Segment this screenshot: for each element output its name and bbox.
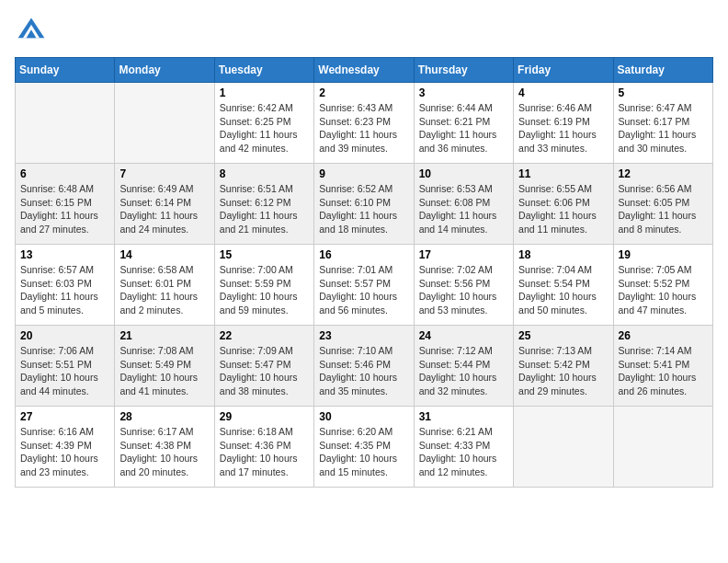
day-detail: Sunrise: 6:52 AMSunset: 6:10 PMDaylight:… (319, 182, 408, 236)
day-number: 8 (220, 167, 309, 180)
calendar-cell: 12Sunrise: 6:56 AMSunset: 6:05 PMDayligh… (613, 164, 712, 245)
day-detail: Sunrise: 6:48 AMSunset: 6:15 PMDaylight:… (20, 182, 109, 236)
day-detail: Sunrise: 6:58 AMSunset: 6:01 PMDaylight:… (119, 263, 209, 317)
day-detail: Sunrise: 6:43 AMSunset: 6:23 PMDaylight:… (319, 101, 408, 155)
calendar-cell: 3Sunrise: 6:44 AMSunset: 6:21 PMDaylight… (414, 83, 513, 164)
calendar-table: SundayMondayTuesdayWednesdayThursdayFrid… (15, 57, 713, 488)
calendar-cell: 20Sunrise: 7:06 AMSunset: 5:51 PMDayligh… (16, 326, 115, 407)
day-detail: Sunrise: 6:55 AMSunset: 6:06 PMDaylight:… (518, 182, 608, 236)
calendar-cell: 30Sunrise: 6:20 AMSunset: 4:35 PMDayligh… (314, 407, 414, 488)
day-number: 11 (518, 167, 608, 180)
calendar-cell: 16Sunrise: 7:01 AMSunset: 5:57 PMDayligh… (314, 245, 414, 326)
calendar-cell: 15Sunrise: 7:00 AMSunset: 5:59 PMDayligh… (214, 245, 313, 326)
day-detail: Sunrise: 6:18 AMSunset: 4:36 PMDaylight:… (220, 425, 309, 479)
day-header-friday: Friday (514, 58, 613, 83)
day-number: 3 (419, 86, 508, 99)
day-detail: Sunrise: 7:02 AMSunset: 5:56 PMDaylight:… (419, 263, 508, 317)
day-detail: Sunrise: 6:56 AMSunset: 6:05 PMDaylight:… (619, 182, 708, 236)
calendar-cell: 22Sunrise: 7:09 AMSunset: 5:47 PMDayligh… (214, 326, 313, 407)
day-number: 7 (119, 167, 209, 180)
day-number: 26 (619, 329, 708, 342)
day-detail: Sunrise: 7:05 AMSunset: 5:52 PMDaylight:… (619, 263, 708, 317)
calendar-cell: 21Sunrise: 7:08 AMSunset: 5:49 PMDayligh… (115, 326, 214, 407)
day-detail: Sunrise: 7:09 AMSunset: 5:47 PMDaylight:… (220, 344, 309, 398)
calendar-cell: 11Sunrise: 6:55 AMSunset: 6:06 PMDayligh… (514, 164, 613, 245)
calendar-cell: 27Sunrise: 6:16 AMSunset: 4:39 PMDayligh… (16, 407, 115, 488)
calendar-cell: 14Sunrise: 6:58 AMSunset: 6:01 PMDayligh… (115, 245, 214, 326)
day-number: 12 (619, 167, 708, 180)
day-detail: Sunrise: 6:16 AMSunset: 4:39 PMDaylight:… (20, 425, 109, 479)
day-number: 31 (419, 410, 508, 423)
day-detail: Sunrise: 6:46 AMSunset: 6:19 PMDaylight:… (518, 101, 608, 155)
day-number: 10 (419, 167, 508, 180)
calendar-week-row: 1Sunrise: 6:42 AMSunset: 6:25 PMDaylight… (16, 83, 713, 164)
calendar-cell: 25Sunrise: 7:13 AMSunset: 5:42 PMDayligh… (514, 326, 613, 407)
day-detail: Sunrise: 7:04 AMSunset: 5:54 PMDaylight:… (518, 263, 608, 317)
calendar-week-row: 27Sunrise: 6:16 AMSunset: 4:39 PMDayligh… (16, 407, 713, 488)
calendar-cell: 5Sunrise: 6:47 AMSunset: 6:17 PMDaylight… (613, 83, 712, 164)
calendar-cell: 31Sunrise: 6:21 AMSunset: 4:33 PMDayligh… (414, 407, 513, 488)
calendar-week-row: 13Sunrise: 6:57 AMSunset: 6:03 PMDayligh… (16, 245, 713, 326)
day-detail: Sunrise: 6:51 AMSunset: 6:12 PMDaylight:… (220, 182, 309, 236)
calendar-week-row: 6Sunrise: 6:48 AMSunset: 6:15 PMDaylight… (16, 164, 713, 245)
day-number: 27 (20, 410, 109, 423)
day-number: 6 (20, 167, 109, 180)
day-detail: Sunrise: 7:00 AMSunset: 5:59 PMDaylight:… (220, 263, 309, 317)
day-number: 30 (319, 410, 408, 423)
logo (15, 15, 51, 48)
calendar-cell: 1Sunrise: 6:42 AMSunset: 6:25 PMDaylight… (214, 83, 313, 164)
day-detail: Sunrise: 7:10 AMSunset: 5:46 PMDaylight:… (319, 344, 408, 398)
day-detail: Sunrise: 6:42 AMSunset: 6:25 PMDaylight:… (220, 101, 309, 155)
calendar-week-row: 20Sunrise: 7:06 AMSunset: 5:51 PMDayligh… (16, 326, 713, 407)
day-number: 25 (518, 329, 608, 342)
calendar-cell: 6Sunrise: 6:48 AMSunset: 6:15 PMDaylight… (16, 164, 115, 245)
calendar-cell: 10Sunrise: 6:53 AMSunset: 6:08 PMDayligh… (414, 164, 513, 245)
day-detail: Sunrise: 7:13 AMSunset: 5:42 PMDaylight:… (518, 344, 608, 398)
calendar-cell: 9Sunrise: 6:52 AMSunset: 6:10 PMDaylight… (314, 164, 414, 245)
day-header-thursday: Thursday (414, 58, 513, 83)
day-number: 23 (319, 329, 408, 342)
day-number: 15 (220, 248, 309, 261)
day-number: 19 (619, 248, 708, 261)
day-detail: Sunrise: 6:20 AMSunset: 4:35 PMDaylight:… (319, 425, 408, 479)
day-detail: Sunrise: 6:57 AMSunset: 6:03 PMDaylight:… (20, 263, 109, 317)
day-number: 28 (119, 410, 209, 423)
calendar-cell: 24Sunrise: 7:12 AMSunset: 5:44 PMDayligh… (414, 326, 513, 407)
calendar-cell: 18Sunrise: 7:04 AMSunset: 5:54 PMDayligh… (514, 245, 613, 326)
day-header-tuesday: Tuesday (214, 58, 313, 83)
day-number: 20 (20, 329, 109, 342)
page-header (15, 15, 713, 48)
day-number: 4 (518, 86, 608, 99)
calendar-cell: 26Sunrise: 7:14 AMSunset: 5:41 PMDayligh… (613, 326, 712, 407)
calendar-cell: 13Sunrise: 6:57 AMSunset: 6:03 PMDayligh… (16, 245, 115, 326)
day-header-monday: Monday (115, 58, 214, 83)
day-number: 17 (419, 248, 508, 261)
day-detail: Sunrise: 6:21 AMSunset: 4:33 PMDaylight:… (419, 425, 508, 479)
calendar-cell: 29Sunrise: 6:18 AMSunset: 4:36 PMDayligh… (214, 407, 313, 488)
day-header-saturday: Saturday (613, 58, 712, 83)
calendar-cell (613, 407, 712, 488)
day-number: 9 (319, 167, 408, 180)
calendar-cell: 17Sunrise: 7:02 AMSunset: 5:56 PMDayligh… (414, 245, 513, 326)
calendar-cell: 8Sunrise: 6:51 AMSunset: 6:12 PMDaylight… (214, 164, 313, 245)
calendar-cell (16, 83, 115, 164)
calendar-cell: 28Sunrise: 6:17 AMSunset: 4:38 PMDayligh… (115, 407, 214, 488)
day-number: 5 (619, 86, 708, 99)
day-detail: Sunrise: 7:12 AMSunset: 5:44 PMDaylight:… (419, 344, 508, 398)
day-header-sunday: Sunday (16, 58, 115, 83)
day-number: 29 (220, 410, 309, 423)
calendar-cell: 23Sunrise: 7:10 AMSunset: 5:46 PMDayligh… (314, 326, 414, 407)
day-detail: Sunrise: 7:01 AMSunset: 5:57 PMDaylight:… (319, 263, 408, 317)
day-detail: Sunrise: 7:06 AMSunset: 5:51 PMDaylight:… (20, 344, 109, 398)
calendar-header-row: SundayMondayTuesdayWednesdayThursdayFrid… (16, 58, 713, 83)
calendar-cell: 19Sunrise: 7:05 AMSunset: 5:52 PMDayligh… (613, 245, 712, 326)
day-detail: Sunrise: 6:53 AMSunset: 6:08 PMDaylight:… (419, 182, 508, 236)
calendar-cell (115, 83, 214, 164)
day-number: 24 (419, 329, 508, 342)
calendar-cell: 7Sunrise: 6:49 AMSunset: 6:14 PMDaylight… (115, 164, 214, 245)
day-header-wednesday: Wednesday (314, 58, 414, 83)
day-number: 2 (319, 86, 408, 99)
day-number: 16 (319, 248, 408, 261)
day-detail: Sunrise: 6:49 AMSunset: 6:14 PMDaylight:… (119, 182, 209, 236)
logo-icon (15, 15, 48, 48)
